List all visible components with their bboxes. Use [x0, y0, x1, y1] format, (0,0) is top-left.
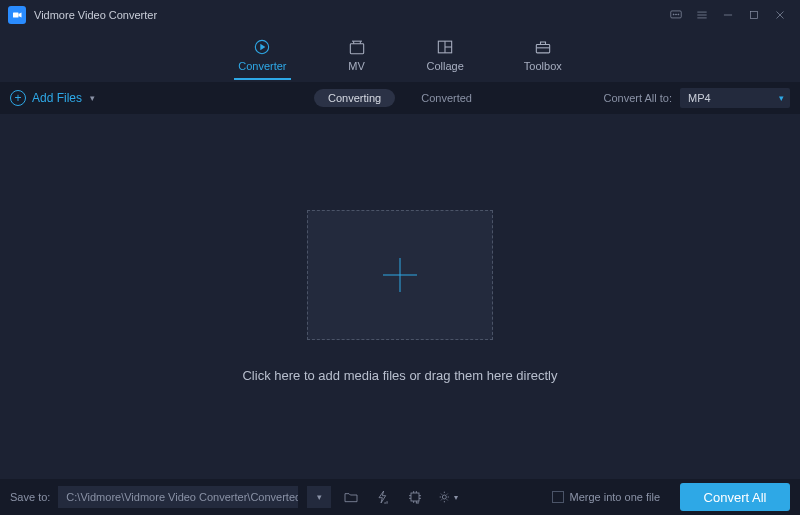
svg-rect-21 — [536, 45, 549, 53]
drop-hint: Click here to add media files or drag th… — [242, 368, 557, 383]
tab-converter[interactable]: Converter — [238, 38, 286, 74]
main-area: Click here to add media files or drag th… — [0, 114, 800, 479]
tab-toolbox[interactable]: Toolbox — [524, 38, 562, 74]
convert-icon — [252, 38, 272, 56]
high-speed-button[interactable]: off — [403, 486, 427, 508]
merge-label: Merge into one file — [570, 491, 661, 503]
save-path-dropdown[interactable]: ▾ — [307, 486, 331, 508]
add-files-label: Add Files — [32, 91, 82, 105]
settings-button[interactable]: ▾ — [435, 486, 459, 508]
chip-icon: off — [407, 489, 423, 505]
svg-rect-26 — [411, 493, 419, 501]
save-to-label: Save to: — [10, 491, 50, 503]
format-value: MP4 — [688, 92, 711, 104]
collage-icon — [435, 38, 455, 56]
drop-zone[interactable] — [307, 210, 493, 340]
svg-text:off: off — [416, 501, 420, 505]
format-select[interactable]: MP4 ▾ — [680, 88, 790, 108]
minimize-icon[interactable] — [716, 3, 740, 27]
tab-mv[interactable]: MV — [347, 38, 367, 74]
toolbar: + Add Files ▾ Converting Converted Conve… — [0, 82, 800, 114]
svg-point-36 — [442, 495, 446, 499]
tab-converted[interactable]: Converted — [407, 89, 486, 107]
mv-icon — [347, 38, 367, 56]
folder-icon — [343, 489, 359, 505]
convert-all-to-label: Convert All to: — [604, 92, 672, 104]
svg-marker-13 — [261, 44, 266, 51]
footer: Save to: C:\Vidmore\Vidmore Video Conver… — [0, 479, 800, 515]
tab-label: MV — [348, 60, 365, 72]
convert-all-button[interactable]: Convert All — [680, 483, 790, 511]
gear-icon — [437, 489, 453, 505]
plus-circle-icon: + — [10, 90, 26, 106]
svg-rect-9 — [751, 12, 758, 19]
tab-label: Toolbox — [524, 60, 562, 72]
plus-icon — [375, 250, 425, 300]
app-logo — [8, 6, 26, 24]
close-icon[interactable] — [768, 3, 792, 27]
menu-icon[interactable] — [690, 3, 714, 27]
tab-label: Converter — [238, 60, 286, 72]
open-folder-button[interactable] — [339, 486, 363, 508]
chevron-down-icon: ▾ — [90, 93, 95, 103]
chevron-down-icon: ▾ — [454, 493, 458, 502]
tab-label: Collage — [427, 60, 464, 72]
feedback-icon[interactable] — [664, 3, 688, 27]
save-path-input[interactable]: C:\Vidmore\Vidmore Video Converter\Conve… — [58, 486, 298, 508]
main-tabs: Converter MV Collage Toolbox — [0, 30, 800, 82]
tab-collage[interactable]: Collage — [427, 38, 464, 74]
app-title: Vidmore Video Converter — [34, 9, 157, 21]
svg-text:off: off — [385, 501, 389, 505]
hardware-accel-button[interactable]: off — [371, 486, 395, 508]
merge-checkbox[interactable]: Merge into one file — [552, 491, 661, 503]
convert-all-to: Convert All to: MP4 ▾ — [604, 88, 790, 108]
svg-rect-0 — [13, 13, 19, 18]
tab-converting[interactable]: Converting — [314, 89, 395, 107]
toolbox-icon — [533, 38, 553, 56]
status-tabs: Converting Converted — [314, 89, 486, 107]
svg-point-4 — [678, 14, 679, 15]
add-files-button[interactable]: + Add Files ▾ — [10, 90, 95, 106]
checkbox-icon — [552, 491, 564, 503]
svg-point-2 — [673, 14, 674, 15]
lightning-icon: off — [375, 489, 391, 505]
maximize-icon[interactable] — [742, 3, 766, 27]
svg-rect-14 — [350, 44, 363, 54]
chevron-down-icon: ▾ — [779, 93, 784, 103]
svg-point-3 — [676, 14, 677, 15]
titlebar: Vidmore Video Converter — [0, 0, 800, 30]
